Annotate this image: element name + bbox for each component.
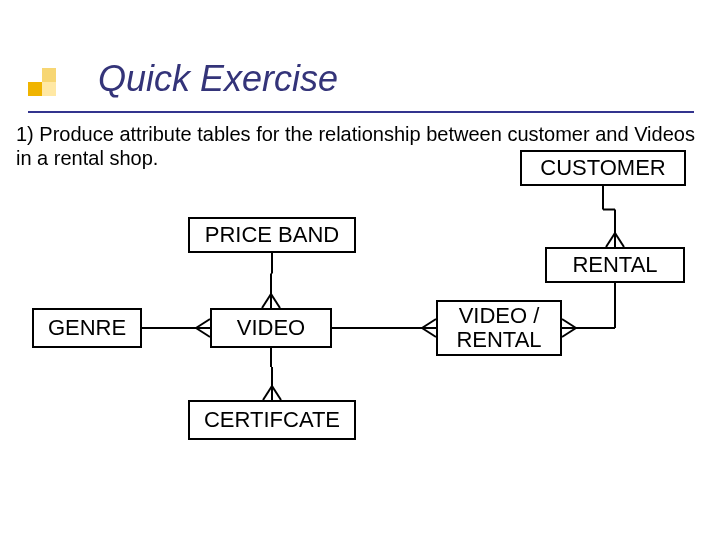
- svg-line-24: [196, 319, 210, 328]
- svg-line-1: [615, 233, 624, 247]
- svg-line-2: [606, 233, 615, 247]
- svg-line-30: [272, 386, 281, 400]
- entity-video: VIDEO: [210, 308, 332, 348]
- entity-label: VIDEO / RENTAL: [456, 304, 541, 352]
- entity-rental: RENTAL: [545, 247, 685, 283]
- svg-line-19: [262, 294, 271, 308]
- svg-line-31: [263, 386, 272, 400]
- entity-certificate: CERTIFCATE: [188, 400, 356, 440]
- entity-genre: GENRE: [32, 308, 142, 348]
- entity-label: VIDEO: [237, 316, 305, 340]
- title-accent-icon: [28, 68, 56, 96]
- entity-price-band: PRICE BAND: [188, 217, 356, 253]
- entity-label: GENRE: [48, 316, 126, 340]
- entity-video-rental: VIDEO / RENTAL: [436, 300, 562, 356]
- svg-line-25: [196, 328, 210, 337]
- svg-line-18: [271, 294, 280, 308]
- svg-line-8: [562, 319, 576, 328]
- entity-customer: CUSTOMER: [520, 150, 686, 186]
- entity-label: CERTIFCATE: [204, 408, 340, 432]
- svg-line-7: [562, 328, 576, 337]
- svg-line-13: [422, 328, 436, 337]
- entity-label: PRICE BAND: [205, 223, 339, 247]
- entity-label: CUSTOMER: [540, 156, 666, 180]
- entity-label: RENTAL: [572, 253, 657, 277]
- svg-line-12: [422, 319, 436, 328]
- slide-title: Quick Exercise: [98, 58, 338, 100]
- title-underline: [28, 111, 694, 113]
